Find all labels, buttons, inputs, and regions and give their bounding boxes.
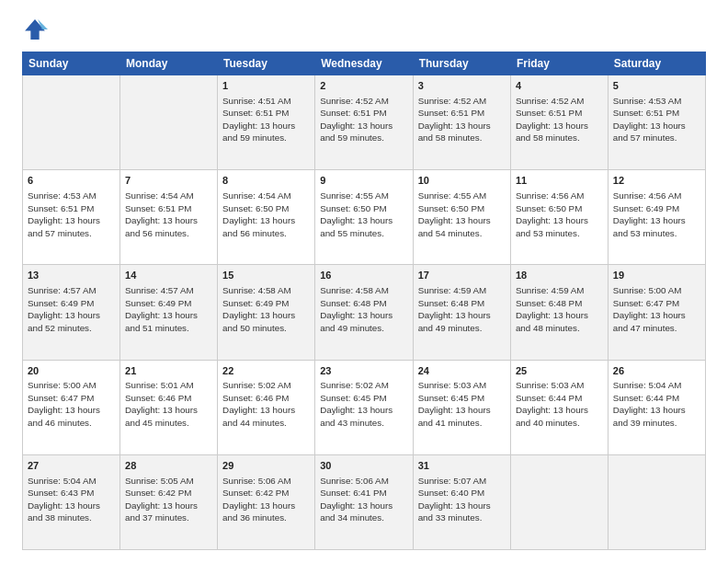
day-header-sunday: Sunday bbox=[23, 52, 120, 75]
calendar-week-row: 20Sunrise: 5:00 AM Sunset: 6:47 PM Dayli… bbox=[23, 360, 706, 454]
calendar-week-row: 6Sunrise: 4:53 AM Sunset: 6:51 PM Daylig… bbox=[23, 170, 706, 265]
day-number: 26 bbox=[613, 364, 700, 378]
day-number: 23 bbox=[320, 364, 407, 378]
day-info: Sunrise: 4:57 AM Sunset: 6:49 PM Dayligh… bbox=[125, 284, 212, 334]
calendar-cell: 3Sunrise: 4:52 AM Sunset: 6:51 PM Daylig… bbox=[413, 75, 510, 170]
day-info: Sunrise: 4:55 AM Sunset: 6:50 PM Dayligh… bbox=[320, 190, 407, 239]
calendar-cell: 5Sunrise: 4:53 AM Sunset: 6:51 PM Daylig… bbox=[608, 75, 705, 170]
calendar-cell bbox=[23, 75, 120, 170]
calendar-week-row: 13Sunrise: 4:57 AM Sunset: 6:49 PM Dayli… bbox=[23, 265, 706, 360]
calendar-cell: 22Sunrise: 5:02 AM Sunset: 6:46 PM Dayli… bbox=[218, 360, 315, 454]
day-info: Sunrise: 4:58 AM Sunset: 6:49 PM Dayligh… bbox=[222, 284, 310, 334]
day-number: 29 bbox=[222, 459, 310, 473]
calendar-cell: 17Sunrise: 4:59 AM Sunset: 6:48 PM Dayli… bbox=[413, 265, 510, 360]
logo bbox=[22, 17, 51, 42]
day-info: Sunrise: 4:59 AM Sunset: 6:48 PM Dayligh… bbox=[418, 284, 506, 334]
day-header-thursday: Thursday bbox=[413, 52, 510, 75]
day-number: 3 bbox=[418, 79, 506, 93]
calendar: SundayMondayTuesdayWednesdayThursdayFrid… bbox=[22, 52, 706, 550]
day-number: 24 bbox=[418, 364, 506, 378]
day-number: 2 bbox=[320, 79, 407, 93]
day-number: 1 bbox=[222, 79, 310, 93]
day-info: Sunrise: 4:51 AM Sunset: 6:51 PM Dayligh… bbox=[222, 95, 310, 144]
day-info: Sunrise: 4:57 AM Sunset: 6:49 PM Dayligh… bbox=[28, 284, 115, 334]
calendar-cell: 15Sunrise: 4:58 AM Sunset: 6:49 PM Dayli… bbox=[218, 265, 315, 360]
day-number: 30 bbox=[320, 459, 407, 473]
day-number: 28 bbox=[125, 459, 212, 473]
day-number: 27 bbox=[28, 459, 115, 473]
day-number: 31 bbox=[418, 459, 506, 473]
day-info: Sunrise: 4:54 AM Sunset: 6:51 PM Dayligh… bbox=[125, 190, 212, 239]
logo-icon bbox=[22, 17, 48, 42]
calendar-cell: 7Sunrise: 4:54 AM Sunset: 6:51 PM Daylig… bbox=[120, 170, 218, 265]
calendar-cell: 10Sunrise: 4:55 AM Sunset: 6:50 PM Dayli… bbox=[413, 170, 510, 265]
day-info: Sunrise: 5:04 AM Sunset: 6:44 PM Dayligh… bbox=[613, 379, 700, 429]
day-number: 25 bbox=[516, 364, 603, 378]
day-number: 20 bbox=[28, 364, 115, 378]
day-info: Sunrise: 5:07 AM Sunset: 6:40 PM Dayligh… bbox=[418, 475, 506, 524]
day-number: 11 bbox=[516, 174, 603, 188]
calendar-week-row: 27Sunrise: 5:04 AM Sunset: 6:43 PM Dayli… bbox=[23, 454, 706, 549]
day-info: Sunrise: 4:55 AM Sunset: 6:50 PM Dayligh… bbox=[418, 190, 506, 239]
day-info: Sunrise: 4:58 AM Sunset: 6:48 PM Dayligh… bbox=[320, 284, 407, 334]
day-number: 22 bbox=[222, 364, 310, 378]
day-number: 13 bbox=[28, 269, 115, 282]
header bbox=[22, 17, 706, 42]
calendar-cell: 25Sunrise: 5:03 AM Sunset: 6:44 PM Dayli… bbox=[510, 360, 608, 454]
day-number: 14 bbox=[125, 269, 212, 282]
calendar-cell: 1Sunrise: 4:51 AM Sunset: 6:51 PM Daylig… bbox=[218, 75, 315, 170]
calendar-cell: 6Sunrise: 4:53 AM Sunset: 6:51 PM Daylig… bbox=[23, 170, 120, 265]
day-info: Sunrise: 5:03 AM Sunset: 6:45 PM Dayligh… bbox=[418, 379, 506, 429]
calendar-cell: 26Sunrise: 5:04 AM Sunset: 6:44 PM Dayli… bbox=[608, 360, 705, 454]
calendar-cell: 18Sunrise: 4:59 AM Sunset: 6:48 PM Dayli… bbox=[510, 265, 608, 360]
day-info: Sunrise: 4:56 AM Sunset: 6:50 PM Dayligh… bbox=[516, 190, 603, 239]
day-number: 5 bbox=[613, 79, 700, 93]
day-info: Sunrise: 4:52 AM Sunset: 6:51 PM Dayligh… bbox=[320, 95, 407, 144]
day-info: Sunrise: 4:56 AM Sunset: 6:49 PM Dayligh… bbox=[613, 190, 700, 239]
day-header-monday: Monday bbox=[120, 52, 218, 75]
day-info: Sunrise: 5:02 AM Sunset: 6:46 PM Dayligh… bbox=[222, 379, 310, 429]
day-info: Sunrise: 5:00 AM Sunset: 6:47 PM Dayligh… bbox=[28, 379, 115, 429]
svg-marker-0 bbox=[25, 19, 45, 40]
day-number: 10 bbox=[418, 174, 506, 188]
page: SundayMondayTuesdayWednesdayThursdayFrid… bbox=[0, 0, 728, 563]
day-header-tuesday: Tuesday bbox=[218, 52, 315, 75]
day-number: 21 bbox=[125, 364, 212, 378]
calendar-cell: 31Sunrise: 5:07 AM Sunset: 6:40 PM Dayli… bbox=[413, 454, 510, 549]
day-info: Sunrise: 4:54 AM Sunset: 6:50 PM Dayligh… bbox=[222, 190, 310, 239]
calendar-week-row: 1Sunrise: 4:51 AM Sunset: 6:51 PM Daylig… bbox=[23, 75, 706, 170]
day-info: Sunrise: 5:04 AM Sunset: 6:43 PM Dayligh… bbox=[28, 475, 115, 524]
day-info: Sunrise: 5:06 AM Sunset: 6:42 PM Dayligh… bbox=[222, 475, 310, 524]
calendar-cell: 23Sunrise: 5:02 AM Sunset: 6:45 PM Dayli… bbox=[315, 360, 413, 454]
day-info: Sunrise: 4:53 AM Sunset: 6:51 PM Dayligh… bbox=[28, 190, 115, 239]
day-number: 17 bbox=[418, 269, 506, 282]
day-number: 6 bbox=[28, 174, 115, 188]
day-info: Sunrise: 5:05 AM Sunset: 6:42 PM Dayligh… bbox=[125, 475, 212, 524]
calendar-header-row: SundayMondayTuesdayWednesdayThursdayFrid… bbox=[23, 52, 706, 75]
calendar-cell: 27Sunrise: 5:04 AM Sunset: 6:43 PM Dayli… bbox=[23, 454, 120, 549]
calendar-cell: 12Sunrise: 4:56 AM Sunset: 6:49 PM Dayli… bbox=[608, 170, 705, 265]
calendar-cell: 30Sunrise: 5:06 AM Sunset: 6:41 PM Dayli… bbox=[315, 454, 413, 549]
day-info: Sunrise: 5:00 AM Sunset: 6:47 PM Dayligh… bbox=[613, 284, 700, 334]
calendar-cell bbox=[510, 454, 608, 549]
day-info: Sunrise: 5:03 AM Sunset: 6:44 PM Dayligh… bbox=[516, 379, 603, 429]
calendar-cell: 13Sunrise: 4:57 AM Sunset: 6:49 PM Dayli… bbox=[23, 265, 120, 360]
day-info: Sunrise: 5:01 AM Sunset: 6:46 PM Dayligh… bbox=[125, 379, 212, 429]
day-number: 15 bbox=[222, 269, 310, 282]
calendar-cell: 21Sunrise: 5:01 AM Sunset: 6:46 PM Dayli… bbox=[120, 360, 218, 454]
calendar-cell: 16Sunrise: 4:58 AM Sunset: 6:48 PM Dayli… bbox=[315, 265, 413, 360]
day-number: 7 bbox=[125, 174, 212, 188]
day-number: 12 bbox=[613, 174, 700, 188]
calendar-cell: 8Sunrise: 4:54 AM Sunset: 6:50 PM Daylig… bbox=[218, 170, 315, 265]
day-info: Sunrise: 5:02 AM Sunset: 6:45 PM Dayligh… bbox=[320, 379, 407, 429]
calendar-cell: 4Sunrise: 4:52 AM Sunset: 6:51 PM Daylig… bbox=[510, 75, 608, 170]
day-header-saturday: Saturday bbox=[608, 52, 705, 75]
day-number: 18 bbox=[516, 269, 603, 282]
day-number: 16 bbox=[320, 269, 407, 282]
calendar-cell: 14Sunrise: 4:57 AM Sunset: 6:49 PM Dayli… bbox=[120, 265, 218, 360]
calendar-cell: 9Sunrise: 4:55 AM Sunset: 6:50 PM Daylig… bbox=[315, 170, 413, 265]
day-number: 19 bbox=[613, 269, 700, 282]
calendar-cell: 20Sunrise: 5:00 AM Sunset: 6:47 PM Dayli… bbox=[23, 360, 120, 454]
day-number: 4 bbox=[516, 79, 603, 93]
day-info: Sunrise: 5:06 AM Sunset: 6:41 PM Dayligh… bbox=[320, 475, 407, 524]
